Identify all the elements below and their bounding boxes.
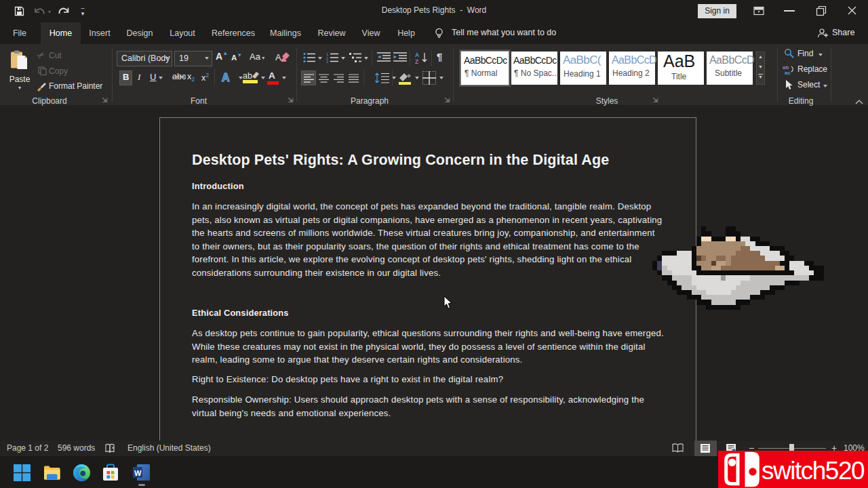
- svg-text:ac: ac: [785, 70, 791, 75]
- svg-text:3: 3: [326, 60, 328, 63]
- svg-text:A: A: [415, 52, 419, 58]
- svg-text:A: A: [222, 72, 230, 83]
- svg-text:A: A: [275, 52, 281, 62]
- svg-text:W: W: [134, 469, 142, 477]
- svg-text:ab: ab: [243, 71, 252, 81]
- svg-text:Z: Z: [415, 58, 418, 64]
